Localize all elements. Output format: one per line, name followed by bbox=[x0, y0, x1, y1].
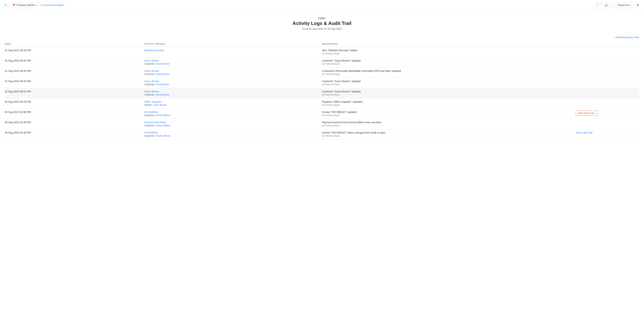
toolbar-left: ≡ 📅 Previous Month ⚙ Customize Report bbox=[3, 2, 593, 8]
activity-main-link[interactable]: Website Revamp bbox=[144, 49, 164, 52]
table-row: 31 Aug 2023 08:16 PMWebsite RevampItem "… bbox=[5, 47, 639, 57]
share-button[interactable]: ⤴ bbox=[595, 2, 600, 8]
date-column-header: DATE ↓ bbox=[5, 41, 144, 47]
description-by: by Patricia Boyle bbox=[322, 114, 574, 117]
description-cell: Invoice "INV-000010" Updatedby Patricia … bbox=[322, 109, 576, 119]
chevron-down-icon bbox=[36, 4, 36, 7]
activity-sub: Customer: Aaron Brown bbox=[144, 93, 320, 96]
date-cell: 31 Aug 2023 08:16 PM bbox=[5, 47, 144, 57]
toolbar-right: ⤴ 🖨 Export As ✕ bbox=[595, 2, 641, 8]
add-temp-note-label: + Add Temporary Note bbox=[614, 36, 639, 39]
toolbar-separator bbox=[612, 2, 613, 8]
description-by: by Patricia Boyle bbox=[322, 93, 574, 96]
date-cell: 31 Aug 2023 06:45 PM bbox=[5, 68, 144, 78]
description-by: by Patricia Boyle bbox=[322, 104, 574, 106]
activity-sub: Customer: Aaron Brown bbox=[144, 63, 320, 65]
table-row: 30 Aug 2023 05:28 PMOffice SuppliesVendo… bbox=[5, 98, 639, 109]
description-main: Customer's Personally identifiable infor… bbox=[322, 69, 574, 72]
table-row: 30 Aug 2023 02:48 PMINV-000010Customer: … bbox=[5, 129, 639, 139]
table-container: DATE ↓ ACTIVITY DETAILS DESCRIPTION 31 A… bbox=[0, 41, 644, 139]
close-button[interactable]: ✕ bbox=[635, 2, 641, 8]
description-cell: Customer "Aaron Brown" updated.by Patric… bbox=[322, 78, 576, 88]
view-audit-trail-button[interactable]: View Audit Trail bbox=[576, 111, 598, 116]
activity-main-link[interactable]: Aaron Brown bbox=[144, 69, 159, 72]
date-cell: 30 Aug 2023 02:48 PM bbox=[5, 129, 144, 139]
description-by: by Patricia Boyle bbox=[322, 73, 574, 76]
print-button[interactable]: 🖨 bbox=[602, 2, 610, 8]
description-cell: Customer's Personally identifiable infor… bbox=[322, 68, 576, 78]
add-temp-note-bar: + Add Temporary Note bbox=[0, 34, 644, 41]
table-row: 31 Aug 2023 06:42 PMAaron BrownCustomer:… bbox=[5, 78, 639, 88]
date-filter-label: Previous Month bbox=[16, 4, 34, 7]
action-cell bbox=[576, 47, 639, 57]
activity-cell: Office SuppliesVendor: Aaron Brown bbox=[144, 98, 322, 109]
sort-icon: ↓ bbox=[12, 43, 13, 45]
description-main: Customer "Aaron Brown" updated. bbox=[322, 59, 574, 62]
activity-sub-link[interactable]: Aaron Brown bbox=[153, 104, 167, 106]
chevron-right-icon bbox=[592, 131, 594, 134]
activity-main-link[interactable]: INV-000010 bbox=[144, 131, 158, 134]
activity-cell: INV-000010Customer: Emma Wilson bbox=[144, 129, 322, 139]
table-body: 31 Aug 2023 08:16 PMWebsite RevampItem "… bbox=[5, 47, 639, 139]
report-title: Activity Logs & Audit Trail bbox=[0, 21, 644, 26]
hamburger-icon: ≡ bbox=[5, 4, 6, 7]
activity-sub: Customer: Aaron Brown bbox=[144, 83, 320, 86]
date-cell: 31 Aug 2023 06:41 PM bbox=[5, 88, 144, 98]
description-main: Customer "Aaron Brown" updated. bbox=[322, 80, 574, 83]
activity-main-link[interactable]: INV-000010 bbox=[144, 111, 158, 114]
table-header: DATE ↓ ACTIVITY DETAILS DESCRIPTION bbox=[5, 41, 639, 47]
date-cell: 30 Aug 2023 02:48 PM bbox=[5, 119, 144, 129]
company-name: Zylker bbox=[0, 17, 644, 20]
share-icon: ⤴ bbox=[597, 4, 598, 7]
activity-cell: Aaron BrownCustomer: Aaron Brown bbox=[144, 78, 322, 88]
activity-main-link[interactable]: Aaron Brown bbox=[144, 59, 159, 62]
description-by: by Patricia Boyle bbox=[322, 63, 574, 65]
activity-cell: Payment ReceivedCustomer: Emma Wilson bbox=[144, 119, 322, 129]
activity-sub-link[interactable]: Aaron Brown bbox=[156, 73, 170, 76]
toolbar: ≡ 📅 Previous Month ⚙ Customize Report ⤴ … bbox=[0, 0, 644, 10]
hamburger-button[interactable]: ≡ bbox=[3, 2, 8, 8]
activity-sub-link[interactable]: Aaron Brown bbox=[156, 93, 170, 96]
action-cell: View Audit Trail bbox=[576, 129, 639, 139]
date-filter-button[interactable]: 📅 Previous Month bbox=[10, 2, 39, 8]
activity-sub: Customer: Emma Wilson bbox=[144, 114, 320, 117]
activity-sub-link[interactable]: Emma Wilson bbox=[156, 124, 170, 127]
activity-main-link[interactable]: Payment Received bbox=[144, 121, 166, 124]
activity-cell: Aaron BrownCustomer: Aaron Brown bbox=[144, 88, 322, 98]
calendar-icon: 📅 bbox=[12, 4, 16, 7]
table-row: 31 Aug 2023 06:41 PMAaron BrownCustomer:… bbox=[5, 88, 639, 98]
activity-main-link[interactable]: Office Supplies bbox=[144, 100, 162, 103]
activity-sub-link[interactable]: Emma Wilson bbox=[156, 135, 170, 137]
description-by: by Patricia Boyle bbox=[322, 135, 574, 137]
date-cell: 30 Aug 2023 02:48 PM bbox=[5, 109, 144, 119]
export-chevron-icon bbox=[630, 4, 630, 7]
activity-sub-link[interactable]: Emma Wilson bbox=[156, 114, 170, 117]
description-cell: Item "Website Revamp" Addedby Patricia B… bbox=[322, 47, 576, 57]
description-cell: Customer "Aaron Brown" updated.by Patric… bbox=[322, 88, 576, 98]
table-row: 31 Aug 2023 06:45 PMAaron BrownCustomer:… bbox=[5, 57, 639, 68]
description-column-header: DESCRIPTION bbox=[322, 41, 576, 47]
activity-sub: Customer: Aaron Brown bbox=[144, 73, 320, 76]
view-audit-trail-link[interactable]: View Audit Trail bbox=[576, 131, 594, 134]
customize-report-button[interactable]: ⚙ Customize Report bbox=[41, 4, 64, 7]
activity-sub-link[interactable]: Aaron Brown bbox=[156, 83, 170, 86]
add-temporary-note-button[interactable]: + Add Temporary Note bbox=[614, 36, 639, 39]
activity-main-link[interactable]: Aaron Brown bbox=[144, 80, 159, 83]
description-cell: Customer "Aaron Brown" updated.by Patric… bbox=[322, 57, 576, 68]
description-by: by Patricia Boyle bbox=[322, 124, 574, 127]
description-by: by Patricia Boyle bbox=[322, 52, 574, 55]
description-main: Invoice "INV-000010" Updated bbox=[322, 111, 574, 114]
customize-icon: ⚙ bbox=[41, 4, 43, 7]
export-button[interactable]: Export As bbox=[615, 2, 633, 8]
description-main: Customer "Aaron Brown" updated. bbox=[322, 90, 574, 93]
action-cell bbox=[576, 119, 639, 129]
action-cell: View Audit Trail bbox=[576, 109, 639, 119]
action-cell bbox=[576, 68, 639, 78]
table-row: 31 Aug 2023 06:45 PMAaron BrownCustomer:… bbox=[5, 68, 639, 78]
action-column-header bbox=[576, 41, 639, 47]
table-row: 30 Aug 2023 02:48 PMINV-000010Customer: … bbox=[5, 109, 639, 119]
activity-sub-link[interactable]: Aaron Brown bbox=[156, 63, 170, 65]
date-cell: 31 Aug 2023 06:45 PM bbox=[5, 57, 144, 68]
activity-main-link[interactable]: Aaron Brown bbox=[144, 90, 159, 93]
activity-cell: Aaron BrownCustomer: Aaron Brown bbox=[144, 57, 322, 68]
